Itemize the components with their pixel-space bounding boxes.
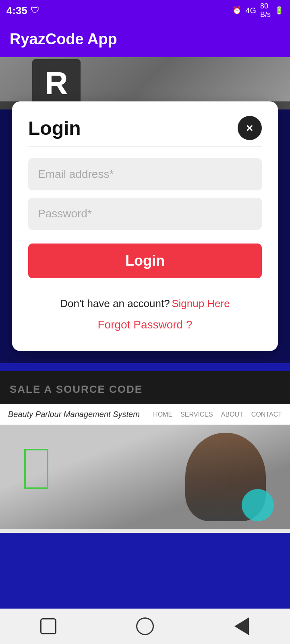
login-modal: Login × Login Don't have an account? Sig… xyxy=(12,101,278,351)
preview-nav: Beauty Parlour Management System HOME SE… xyxy=(0,404,290,425)
preview-card: Beauty Parlour Management System HOME SE… xyxy=(0,404,290,533)
nav-contact: CONTACT xyxy=(251,411,282,418)
close-button[interactable]: × xyxy=(238,116,262,140)
nav-about: ABOUT xyxy=(221,411,243,418)
cyan-shape-decoration xyxy=(242,489,274,521)
login-button[interactable]: Login xyxy=(28,244,262,278)
back-icon xyxy=(234,617,249,635)
app-bar: RyazCode App xyxy=(0,21,290,57)
shield-icon: 🛡 xyxy=(31,5,39,16)
modal-title: Login xyxy=(28,117,81,139)
modal-header: Login × xyxy=(28,116,262,140)
alarm-icon: ⏰ xyxy=(232,6,241,15)
modal-footer: Don't have an account? Signup Here Forgo… xyxy=(28,294,262,335)
signal-icon: 4G xyxy=(245,6,256,15)
circle-nav-button[interactable] xyxy=(133,614,157,638)
back-nav-button[interactable] xyxy=(230,614,254,638)
square-icon xyxy=(40,618,56,634)
modal-overlay: Login × Login Don't have an account? Sig… xyxy=(0,101,290,363)
nav-services: SERVICES xyxy=(180,411,213,418)
logo-icon: R xyxy=(32,59,81,107)
green-rect-decoration xyxy=(24,449,48,489)
modal-divider xyxy=(28,147,262,147)
content-area: SALE A SOURCE CODE xyxy=(0,371,290,404)
status-time: 4:35 xyxy=(6,4,27,17)
app-title: RyazCode App xyxy=(10,31,117,48)
signup-link[interactable]: Signup Here xyxy=(172,297,230,310)
status-bar-left: 4:35 🛡 xyxy=(6,4,39,17)
status-bar: 4:35 🛡 ⏰ 4G 80B/s 🔋 xyxy=(0,0,290,21)
bottom-nav-bar xyxy=(0,609,290,644)
battery-icon: 🔋 xyxy=(275,6,284,15)
forgot-password-link[interactable]: Forgot Password ? xyxy=(28,315,262,335)
close-icon: × xyxy=(246,122,253,134)
preview-nav-title: Beauty Parlour Management System xyxy=(8,410,140,419)
circle-icon xyxy=(136,617,154,635)
home-nav-button[interactable] xyxy=(36,614,60,638)
section-label: SALE A SOURCE CODE xyxy=(10,383,280,404)
preview-image-area xyxy=(0,425,290,529)
nav-home: HOME xyxy=(153,411,172,418)
password-input[interactable] xyxy=(28,198,262,230)
email-input[interactable] xyxy=(28,158,262,190)
network-speed: 80B/s xyxy=(260,2,271,19)
preview-nav-links: HOME SERVICES ABOUT CONTACT xyxy=(153,411,282,418)
footer-static-text: Don't have an account? xyxy=(60,297,170,310)
status-bar-right: ⏰ 4G 80B/s 🔋 xyxy=(232,2,284,19)
